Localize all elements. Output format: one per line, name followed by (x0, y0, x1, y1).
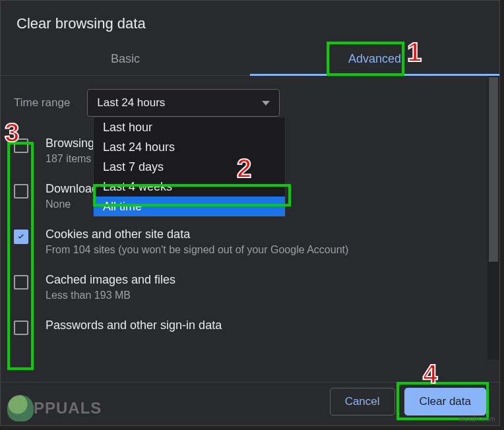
checkbox-browsing-history[interactable] (14, 138, 28, 153)
checkbox-download-history[interactable] (14, 184, 28, 199)
item-title: Cached images and files (46, 273, 486, 287)
item-title: Passwords and other sign-in data (46, 319, 486, 332)
time-range-dropdown: Last hour Last 24 hours Last 7 days Last… (93, 117, 286, 217)
scrollbar-track[interactable] (488, 76, 499, 359)
list-item: Cached images and files Less than 193 MB (14, 266, 486, 312)
dropdown-option-last-4-weeks[interactable]: Last 4 weeks (94, 177, 285, 197)
clear-data-button-label: Clear data (420, 395, 471, 408)
item-title: Cookies and other site data (46, 228, 486, 241)
dropdown-option-all-time[interactable]: All time (94, 197, 285, 216)
cancel-button-label: Cancel (345, 395, 380, 408)
logo-icon (7, 395, 34, 421)
clear-browsing-data-dialog: Clear browsing data Basic Advanced Time … (0, 0, 500, 426)
list-item: Cookies and other site data From 104 sit… (14, 221, 486, 266)
appuals-logo: PPUALS (7, 395, 102, 421)
scrollbar-thumb[interactable] (489, 77, 498, 262)
chevron-down-icon (262, 101, 270, 106)
tab-basic-label: Basic (111, 52, 140, 65)
watermark: wsxdn.com (459, 415, 495, 423)
time-range-row: Time range Last 24 hours Last hour Last … (14, 89, 486, 117)
content-area: Time range Last 24 hours Last hour Last … (1, 76, 499, 379)
cancel-button[interactable]: Cancel (330, 388, 395, 415)
list-item: Passwords and other sign-in data (14, 312, 486, 346)
item-subtitle: Less than 193 MB (46, 290, 486, 301)
tab-basic[interactable]: Basic (1, 44, 250, 75)
dropdown-option-last-24-hours[interactable]: Last 24 hours (94, 137, 285, 157)
dropdown-option-last-7-days[interactable]: Last 7 days (94, 157, 285, 177)
dropdown-option-last-hour[interactable]: Last hour (94, 117, 285, 137)
logo-text: PPUALS (34, 399, 102, 417)
time-range-select[interactable]: Last 24 hours (87, 89, 280, 117)
item-subtitle: From 104 sites (you won't be signed out … (46, 244, 486, 256)
tab-advanced[interactable]: Advanced (250, 44, 499, 75)
checkbox-cookies[interactable] (14, 230, 28, 244)
time-range-selected: Last 24 hours (97, 96, 165, 109)
tab-bar: Basic Advanced (1, 44, 499, 76)
dialog-title: Clear browsing data (1, 1, 499, 44)
time-range-label: Time range (14, 96, 70, 109)
checkbox-cached[interactable] (14, 275, 28, 290)
clear-data-button[interactable]: Clear data (404, 388, 486, 415)
checkbox-passwords[interactable] (14, 321, 28, 335)
tab-advanced-label: Advanced (348, 52, 401, 65)
